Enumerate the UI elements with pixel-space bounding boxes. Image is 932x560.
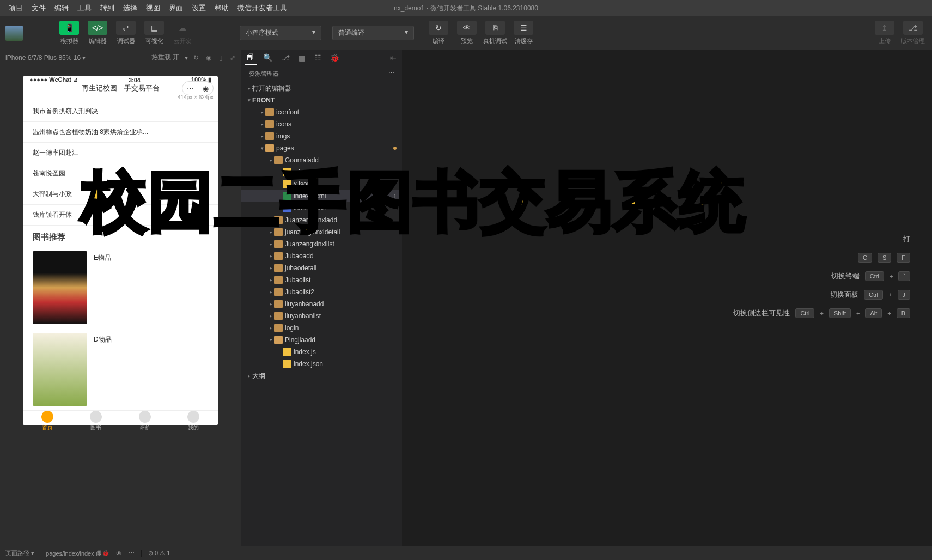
carrier-label: ●●●●● WeChat ⊿ <box>29 76 78 83</box>
ext-icon[interactable]: ▦ <box>296 51 308 64</box>
status-bar: 页面路径 ▾ pages/index/index 🗐 🐞 👁 ⋯ ⊘ 0 ⚠ 1 <box>0 546 932 560</box>
tree-item-Jubaolist[interactable]: ▸Jubaolist <box>241 274 402 286</box>
menu-wxdev[interactable]: 微信开发者工具 <box>233 3 291 13</box>
tree-outline[interactable]: ▸大纲 <box>241 370 402 382</box>
preview-button[interactable]: 👁预览 <box>453 21 480 45</box>
remote-debug-button[interactable]: ⎘真机调试 <box>482 21 509 45</box>
tree-item-pages[interactable]: ▾pages <box>241 142 402 154</box>
book-item[interactable]: E物品 <box>23 247 218 328</box>
tree-item-Jubaolist2[interactable]: ▸Jubaolist2 <box>241 286 402 298</box>
tree-item-index.js[interactable]: index.js <box>241 346 402 358</box>
device-selector[interactable]: iPhone 6/7/8 Plus 85% 16 ▾ <box>5 54 151 62</box>
menu-select[interactable]: 选择 <box>119 3 142 13</box>
tab-review[interactable]: 评价 <box>120 411 169 431</box>
page-title: 再生记校园二手交易平台 <box>82 83 160 93</box>
version-button[interactable]: ⎇版本管理 <box>899 21 927 45</box>
tab-home[interactable]: 首页 <box>23 411 72 431</box>
collapse-icon[interactable]: ⇤ <box>388 51 399 64</box>
tab-bar: 首页 图书 评价 我的 <box>23 410 218 431</box>
bug-icon[interactable]: 🐞 <box>102 550 109 557</box>
book-name: E物品 <box>94 251 111 324</box>
book-item[interactable]: D物品 <box>23 328 218 410</box>
bug-icon[interactable]: 🐞 <box>328 51 342 64</box>
menu-file[interactable]: 文件 <box>27 3 50 13</box>
user-avatar[interactable] <box>5 26 23 41</box>
news-item[interactable]: 温州糕点也含植物奶油 8家烘焙企业承... <box>23 122 218 143</box>
explorer-title: 资源管理器 <box>249 70 279 78</box>
record-icon[interactable]: ◉ <box>206 54 211 62</box>
tree-item-liuyanbanadd[interactable]: ▸liuyanbanadd <box>241 298 402 310</box>
branch-icon[interactable]: ⎇ <box>279 51 292 64</box>
more-icon[interactable]: ⋯ <box>388 70 394 78</box>
editor-button[interactable]: </>编辑器 <box>84 21 111 45</box>
mode-dropdown[interactable]: 小程序模式▾ <box>240 26 321 40</box>
menu-project[interactable]: 项目 <box>4 3 27 13</box>
tree-item-Pingjiaadd[interactable]: ▾Pingjiaadd <box>241 334 402 346</box>
tree-item-icons[interactable]: ▸icons <box>241 118 402 130</box>
cloud-button[interactable]: ☁云开发 <box>169 21 196 45</box>
editor-area: 打 CSF 切换终端Ctrl+` 切换面板Ctrl+J 切换侧边栏可见性Ctrl… <box>402 50 932 546</box>
tree-item-index.json[interactable]: index.json <box>241 358 402 370</box>
menu-edit[interactable]: 编辑 <box>50 3 73 13</box>
compile-button[interactable]: ↻编译 <box>425 21 452 45</box>
page-path[interactable]: pages/index/index <box>46 550 94 557</box>
menu-goto[interactable]: 转到 <box>96 3 119 13</box>
explorer-panel: 🗐 🔍 ⎇ ▦ ☷ 🐞 ⇤ 资源管理器⋯ ▸打开的编辑器 ▾FRONT ▸ico… <box>241 50 402 546</box>
main-area: iPhone 6/7/8 Plus 85% 16 ▾ 热重载 开 ▾ ↻ ◉ ▯… <box>0 50 932 546</box>
warning-count[interactable]: ⚠ 1 <box>160 550 170 557</box>
phone-simulator: ●●●●● WeChat ⊿ 3:04 100% ▮ 再生记校园二手交易平台 ⋯… <box>23 76 218 425</box>
visual-button[interactable]: ▦可视化 <box>141 21 168 45</box>
compile-mode-dropdown[interactable]: 普通编译▾ <box>332 26 414 40</box>
tree-item-login[interactable]: ▸login <box>241 322 402 334</box>
tree-item-imgs[interactable]: ▸imgs <box>241 130 402 142</box>
simulator-button[interactable]: 📱模拟器 <box>56 21 83 45</box>
tab-books[interactable]: 图书 <box>72 411 121 431</box>
clock-label: 3:04 <box>78 77 191 83</box>
error-count[interactable]: ⊘ 0 <box>148 550 158 557</box>
tab-mine[interactable]: 我的 <box>169 411 218 431</box>
window-title: nx_demo1 - 微信开发者工具 Stable 1.06.2310080 <box>394 4 538 13</box>
more-icon[interactable]: ⋯ <box>129 550 135 557</box>
hot-reload-toggle[interactable]: 热重载 开 <box>151 53 179 62</box>
eye-icon[interactable]: 👁 <box>116 550 122 557</box>
menu-ui[interactable]: 界面 <box>165 3 187 13</box>
menu-settings[interactable]: 设置 <box>187 3 210 13</box>
db-icon[interactable]: ☷ <box>312 51 324 64</box>
capsule-button[interactable]: ⋯◉ <box>182 81 214 95</box>
news-item[interactable]: 我市首例扒窃入刑判决 <box>23 101 218 122</box>
refresh-icon[interactable]: ↻ <box>193 54 199 62</box>
clear-cache-button[interactable]: ☰清缓存 <box>510 21 537 45</box>
tree-item-iconfont[interactable]: ▸iconfont <box>241 106 402 118</box>
command-palette-hints: 打 CSF 切换终端Ctrl+` 切换面板Ctrl+J 切换侧边栏可见性Ctrl… <box>733 230 910 322</box>
tree-item-Jubaoadd[interactable]: ▸Jubaoadd <box>241 250 402 262</box>
book-name: D物品 <box>94 333 112 406</box>
watermark-overlay: 校园二手图书交易系统 <box>82 158 746 247</box>
tree-item-jubaodetail[interactable]: ▸jubaodetail <box>241 262 402 274</box>
explorer-tab-files-icon[interactable]: 🗐 <box>245 51 257 65</box>
toolbar: 📱模拟器 </>编辑器 ⇄调试器 ▦可视化 ☁云开发 小程序模式▾ 普通编译▾ … <box>0 16 932 50</box>
menu-view[interactable]: 视图 <box>142 3 165 13</box>
book-cover <box>33 251 87 324</box>
tree-root[interactable]: ▾FRONT <box>241 94 402 106</box>
book-cover <box>33 333 87 406</box>
simulator-panel: iPhone 6/7/8 Plus 85% 16 ▾ 热重载 开 ▾ ↻ ◉ ▯… <box>0 50 241 546</box>
search-icon[interactable]: 🔍 <box>261 51 275 64</box>
menu-bar: 项目 文件 编辑 工具 转到 选择 视图 界面 设置 帮助 微信开发者工具 nx… <box>0 0 932 16</box>
device-icon[interactable]: ▯ <box>219 54 223 62</box>
tree-open-editors[interactable]: ▸打开的编辑器 <box>241 82 402 94</box>
tree-item-liuyanbanlist[interactable]: ▸liuyanbanlist <box>241 310 402 322</box>
debugger-button[interactable]: ⇄调试器 <box>112 21 139 45</box>
expand-icon[interactable]: ⤢ <box>230 54 235 62</box>
page-path-label: 页面路径 <box>5 549 29 557</box>
menu-tools[interactable]: 工具 <box>73 3 96 13</box>
menu-help[interactable]: 帮助 <box>210 3 233 13</box>
upload-button[interactable]: ↥上传 <box>871 21 898 45</box>
